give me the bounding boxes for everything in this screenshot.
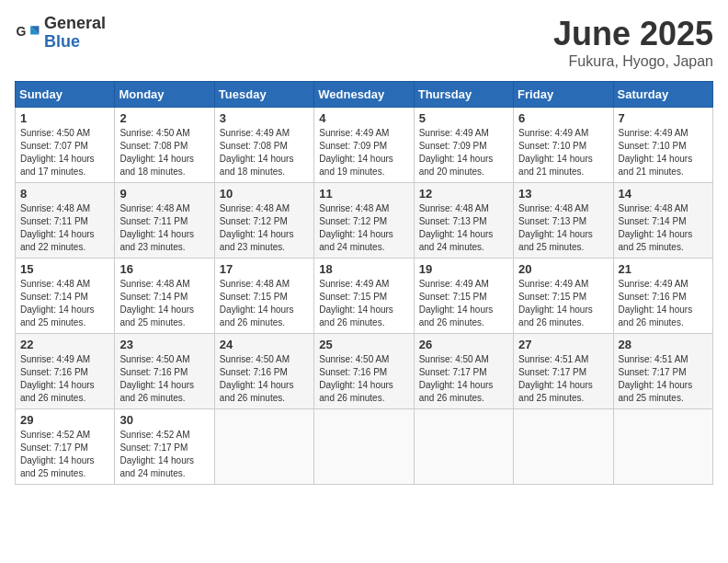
col-sunday: Sunday	[16, 82, 115, 108]
table-row	[514, 409, 613, 485]
cell-text: Sunrise: 4:48 AMSunset: 7:13 PMDaylight:…	[518, 203, 593, 252]
day-number: 24	[220, 338, 309, 351]
table-row	[314, 409, 414, 485]
day-number: 5	[419, 111, 508, 125]
table-row: 28 Sunrise: 4:51 AMSunset: 7:17 PMDaylig…	[613, 334, 712, 409]
day-number: 23	[119, 338, 209, 351]
table-row: 30 Sunrise: 4:52 AMSunset: 7:17 PMDaylig…	[115, 409, 214, 485]
header: G General Blue June 2025 Fukura, Hyogo, …	[15, 15, 713, 70]
table-row: 18 Sunrise: 4:49 AMSunset: 7:15 PMDaylig…	[314, 259, 414, 334]
calendar-header-row: Sunday Monday Tuesday Wednesday Thursday…	[16, 82, 713, 108]
table-row: 16 Sunrise: 4:48 AMSunset: 7:14 PMDaylig…	[115, 259, 214, 334]
cell-text: Sunrise: 4:49 AMSunset: 7:16 PMDaylight:…	[619, 279, 693, 327]
cell-text: Sunrise: 4:49 AMSunset: 7:10 PMDaylight:…	[619, 128, 693, 177]
table-row: 20 Sunrise: 4:49 AMSunset: 7:15 PMDaylig…	[514, 259, 613, 334]
day-number: 1	[20, 111, 109, 125]
table-row: 7 Sunrise: 4:49 AMSunset: 7:10 PMDayligh…	[613, 108, 712, 183]
day-number: 11	[319, 187, 408, 201]
table-row: 23 Sunrise: 4:50 AMSunset: 7:16 PMDaylig…	[115, 334, 214, 409]
table-row: 22 Sunrise: 4:49 AMSunset: 7:16 PMDaylig…	[16, 334, 115, 409]
day-number: 15	[20, 262, 109, 276]
calendar-week-row: 8 Sunrise: 4:48 AMSunset: 7:11 PMDayligh…	[16, 183, 713, 259]
table-row: 10 Sunrise: 4:48 AMSunset: 7:12 PMDaylig…	[214, 183, 313, 259]
calendar-week-row: 22 Sunrise: 4:49 AMSunset: 7:16 PMDaylig…	[16, 334, 713, 409]
table-row: 19 Sunrise: 4:49 AMSunset: 7:15 PMDaylig…	[414, 259, 513, 334]
cell-text: Sunrise: 4:49 AMSunset: 7:15 PMDaylight:…	[319, 279, 393, 327]
table-row: 3 Sunrise: 4:49 AMSunset: 7:08 PMDayligh…	[214, 108, 313, 183]
col-friday: Friday	[514, 82, 613, 108]
table-row	[414, 409, 513, 485]
day-number: 25	[319, 338, 408, 351]
logo-icon: G	[15, 20, 40, 46]
cell-text: Sunrise: 4:48 AMSunset: 7:12 PMDaylight:…	[220, 203, 294, 252]
day-number: 18	[319, 262, 408, 276]
table-row: 17 Sunrise: 4:48 AMSunset: 7:15 PMDaylig…	[214, 259, 313, 334]
day-number: 22	[20, 338, 109, 351]
title-area: June 2025 Fukura, Hyogo, Japan	[553, 15, 713, 70]
col-monday: Monday	[115, 82, 214, 108]
day-number: 27	[518, 338, 608, 351]
cell-text: Sunrise: 4:52 AMSunset: 7:17 PMDaylight:…	[119, 430, 194, 478]
table-row: 27 Sunrise: 4:51 AMSunset: 7:17 PMDaylig…	[514, 334, 613, 409]
cell-text: Sunrise: 4:48 AMSunset: 7:13 PMDaylight:…	[419, 203, 494, 252]
table-row: 12 Sunrise: 4:48 AMSunset: 7:13 PMDaylig…	[414, 183, 513, 259]
day-number: 16	[119, 262, 209, 276]
day-number: 17	[220, 262, 309, 276]
day-number: 14	[619, 187, 708, 201]
cell-text: Sunrise: 4:48 AMSunset: 7:15 PMDaylight:…	[220, 279, 294, 327]
table-row: 13 Sunrise: 4:48 AMSunset: 7:13 PMDaylig…	[514, 183, 613, 259]
table-row: 1 Sunrise: 4:50 AMSunset: 7:07 PMDayligh…	[16, 108, 115, 183]
table-row: 4 Sunrise: 4:49 AMSunset: 7:09 PMDayligh…	[314, 108, 414, 183]
table-row: 21 Sunrise: 4:49 AMSunset: 7:16 PMDaylig…	[613, 259, 712, 334]
table-row: 14 Sunrise: 4:48 AMSunset: 7:14 PMDaylig…	[613, 183, 712, 259]
calendar-week-row: 29 Sunrise: 4:52 AMSunset: 7:17 PMDaylig…	[16, 409, 713, 485]
col-thursday: Thursday	[414, 82, 513, 108]
table-row: 25 Sunrise: 4:50 AMSunset: 7:16 PMDaylig…	[314, 334, 414, 409]
day-number: 7	[619, 111, 708, 125]
day-number: 8	[20, 187, 109, 201]
day-number: 10	[220, 187, 309, 201]
cell-text: Sunrise: 4:49 AMSunset: 7:16 PMDaylight:…	[20, 354, 95, 403]
table-row: 2 Sunrise: 4:50 AMSunset: 7:08 PMDayligh…	[115, 108, 214, 183]
cell-text: Sunrise: 4:49 AMSunset: 7:09 PMDaylight:…	[419, 128, 494, 177]
cell-text: Sunrise: 4:49 AMSunset: 7:09 PMDaylight:…	[319, 128, 393, 177]
day-number: 2	[119, 111, 209, 125]
table-row: 11 Sunrise: 4:48 AMSunset: 7:12 PMDaylig…	[314, 183, 414, 259]
table-row: 15 Sunrise: 4:48 AMSunset: 7:14 PMDaylig…	[16, 259, 115, 334]
calendar-week-row: 15 Sunrise: 4:48 AMSunset: 7:14 PMDaylig…	[16, 259, 713, 334]
calendar-table: Sunday Monday Tuesday Wednesday Thursday…	[15, 81, 713, 485]
cell-text: Sunrise: 4:50 AMSunset: 7:16 PMDaylight:…	[220, 354, 294, 403]
cell-text: Sunrise: 4:52 AMSunset: 7:17 PMDaylight:…	[20, 430, 95, 478]
logo-general-text: General	[44, 15, 106, 33]
day-number: 6	[518, 111, 608, 125]
table-row: 5 Sunrise: 4:49 AMSunset: 7:09 PMDayligh…	[414, 108, 513, 183]
cell-text: Sunrise: 4:50 AMSunset: 7:16 PMDaylight:…	[319, 354, 393, 403]
cell-text: Sunrise: 4:49 AMSunset: 7:15 PMDaylight:…	[419, 279, 494, 327]
day-number: 9	[119, 187, 209, 201]
logo: G General Blue	[15, 15, 106, 52]
cell-text: Sunrise: 4:48 AMSunset: 7:11 PMDaylight:…	[119, 203, 194, 252]
calendar-week-row: 1 Sunrise: 4:50 AMSunset: 7:07 PMDayligh…	[16, 108, 713, 183]
logo-blue-text: Blue	[44, 33, 106, 52]
day-number: 4	[319, 111, 408, 125]
location-title: Fukura, Hyogo, Japan	[553, 53, 713, 70]
svg-text:G: G	[17, 24, 27, 39]
cell-text: Sunrise: 4:48 AMSunset: 7:11 PMDaylight:…	[20, 203, 95, 252]
cell-text: Sunrise: 4:50 AMSunset: 7:08 PMDaylight:…	[119, 128, 194, 177]
day-number: 21	[619, 262, 708, 276]
table-row: 8 Sunrise: 4:48 AMSunset: 7:11 PMDayligh…	[16, 183, 115, 259]
table-row	[613, 409, 712, 485]
cell-text: Sunrise: 4:48 AMSunset: 7:14 PMDaylight:…	[119, 279, 194, 327]
day-number: 29	[20, 413, 109, 427]
day-number: 26	[419, 338, 508, 351]
cell-text: Sunrise: 4:50 AMSunset: 7:07 PMDaylight:…	[20, 128, 95, 177]
cell-text: Sunrise: 4:48 AMSunset: 7:12 PMDaylight:…	[319, 203, 393, 252]
cell-text: Sunrise: 4:48 AMSunset: 7:14 PMDaylight:…	[619, 203, 693, 252]
day-number: 12	[419, 187, 508, 201]
table-row: 6 Sunrise: 4:49 AMSunset: 7:10 PMDayligh…	[514, 108, 613, 183]
cell-text: Sunrise: 4:51 AMSunset: 7:17 PMDaylight:…	[619, 354, 693, 403]
table-row: 24 Sunrise: 4:50 AMSunset: 7:16 PMDaylig…	[214, 334, 313, 409]
table-row: 29 Sunrise: 4:52 AMSunset: 7:17 PMDaylig…	[16, 409, 115, 485]
day-number: 19	[419, 262, 508, 276]
day-number: 28	[619, 338, 708, 351]
